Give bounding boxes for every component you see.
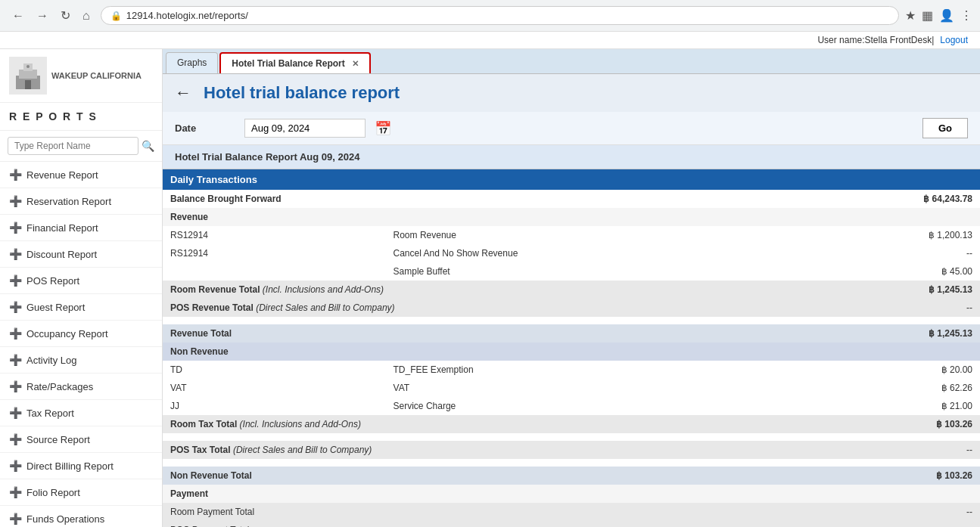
table-cell: RS12914 xyxy=(163,244,386,262)
search-box[interactable]: 🔍 xyxy=(0,131,162,162)
table-row: Room Revenue Total (Incl. Inclusions and… xyxy=(163,281,980,299)
sidebar-item-reservation[interactable]: ➕ Reservation Report xyxy=(0,188,162,215)
table-cell: VAT xyxy=(163,379,386,397)
sidebar-item-source[interactable]: ➕ Source Report xyxy=(0,426,162,453)
go-button[interactable]: Go xyxy=(922,118,968,138)
table-cell: -- xyxy=(795,299,980,317)
sidebar-item-label: Discount Report xyxy=(26,249,97,260)
table-cell: ฿ 1,245.13 xyxy=(795,281,980,299)
tab-close-icon[interactable]: ✕ xyxy=(352,59,359,68)
date-input[interactable] xyxy=(244,119,366,138)
table-row: POS Revenue Total (Direct Sales and Bill… xyxy=(163,299,980,317)
sidebar-item-activity[interactable]: ➕ Activity Log xyxy=(0,347,162,374)
table-cell: Cancel And No Show Revenue xyxy=(386,244,795,262)
back-button[interactable]: ← xyxy=(8,7,29,24)
tab-label: Graphs xyxy=(177,57,207,68)
table-row: VAT VAT ฿ 62.26 xyxy=(163,379,980,397)
bookmark-icon[interactable]: ★ xyxy=(905,8,916,23)
table-cell: Payment xyxy=(163,485,980,503)
plus-icon: ➕ xyxy=(9,460,22,472)
sidebar-item-tax[interactable]: ➕ Tax Report xyxy=(0,400,162,426)
table-cell: POS Revenue Total (Direct Sales and Bill… xyxy=(163,299,795,317)
table-cell: VAT xyxy=(386,379,795,397)
table-row: Payment xyxy=(163,485,980,503)
calendar-icon[interactable]: 📅 xyxy=(375,120,391,137)
table-cell: ฿ 21.00 xyxy=(795,397,980,415)
spacer-cell xyxy=(163,317,980,324)
reload-button[interactable]: ↻ xyxy=(56,7,75,24)
nav-buttons[interactable]: ← → ↻ ⌂ xyxy=(8,7,95,24)
forward-button[interactable]: → xyxy=(32,7,53,24)
tab-bar: Graphs Hotel Trial Balance Report ✕ xyxy=(163,49,980,74)
extensions-icon[interactable]: ▦ xyxy=(922,8,933,23)
date-label: Date xyxy=(175,122,235,134)
home-button[interactable]: ⌂ xyxy=(78,7,95,24)
table-cell: -- xyxy=(795,521,980,527)
sidebar-title: R E P O R T S xyxy=(0,103,162,131)
table-cell: ฿ 103.26 xyxy=(795,415,980,433)
plus-icon: ➕ xyxy=(9,513,22,525)
table-cell: POS Tax Total (Direct Sales and Bill to … xyxy=(163,441,795,459)
sidebar-item-label: Revenue Report xyxy=(26,169,98,181)
lock-icon: 🔒 xyxy=(110,11,122,21)
sidebar-item-discount[interactable]: ➕ Discount Report xyxy=(0,241,162,268)
report-content: ← Hotel trial balance report Date 📅 Go H… xyxy=(163,74,980,527)
sidebar-item-pos[interactable]: ➕ POS Report xyxy=(0,268,162,294)
sidebar-item-guest[interactable]: ➕ Guest Report xyxy=(0,294,162,321)
plus-icon: ➕ xyxy=(9,169,22,181)
sidebar-logo: WAKEUP CALIFORNIA xyxy=(0,49,162,103)
sidebar-item-folio[interactable]: ➕ Folio Report xyxy=(0,479,162,506)
sidebar-item-revenue[interactable]: ➕ Revenue Report xyxy=(0,162,162,188)
search-input[interactable] xyxy=(8,137,138,155)
table-cell xyxy=(386,190,795,208)
table-row xyxy=(163,433,980,441)
logout-link[interactable]: Logout xyxy=(940,35,968,45)
table-row: Revenue xyxy=(163,208,980,226)
sidebar-item-direct-billing[interactable]: ➕ Direct Billing Report xyxy=(0,453,162,479)
sidebar-item-label: Direct Billing Report xyxy=(26,460,114,472)
sidebar-item-rate[interactable]: ➕ Rate/Packages xyxy=(0,374,162,400)
table-cell: Room Revenue Total (Incl. Inclusions and… xyxy=(163,281,795,299)
menu-icon[interactable]: ⋮ xyxy=(960,8,972,23)
table-row: TD TD_FEE Exemption ฿ 20.00 xyxy=(163,361,980,379)
table-row xyxy=(163,459,980,467)
tab-graphs[interactable]: Graphs xyxy=(166,52,218,73)
sidebar: WAKEUP CALIFORNIA R E P O R T S 🔍 ➕ Reve… xyxy=(0,49,163,527)
main-layout: WAKEUP CALIFORNIA R E P O R T S 🔍 ➕ Reve… xyxy=(0,49,980,527)
address-bar[interactable]: 🔒 12914.hotelogix.net/reports/ xyxy=(101,6,899,25)
browser-actions[interactable]: ★ ▦ 👤 ⋮ xyxy=(905,8,972,23)
plus-icon: ➕ xyxy=(9,222,22,234)
logo-text: WAKEUP CALIFORNIA xyxy=(51,70,142,81)
profile-icon[interactable]: 👤 xyxy=(939,8,954,23)
separator: | xyxy=(932,35,934,45)
svg-rect-3 xyxy=(25,80,31,89)
sidebar-item-label: POS Report xyxy=(26,275,79,287)
plus-icon: ➕ xyxy=(9,248,22,260)
table-cell: ฿ 20.00 xyxy=(795,361,980,379)
table-cell: Non Revenue xyxy=(163,343,980,361)
table-cell: ฿ 1,200.13 xyxy=(795,226,980,244)
svg-point-4 xyxy=(26,65,30,68)
sidebar-item-funds[interactable]: ➕ Funds Operations xyxy=(0,506,162,527)
table-row: Revenue Total ฿ 1,245.13 xyxy=(163,324,980,343)
report-subtitle: Hotel Trial Balance Report Aug 09, 2024 xyxy=(163,145,980,169)
sidebar-item-financial[interactable]: ➕ Financial Report xyxy=(0,215,162,241)
table-row: Room Payment Total -- xyxy=(163,503,980,521)
sidebar-item-occupancy[interactable]: ➕ Occupancy Report xyxy=(0,321,162,347)
back-arrow-icon[interactable]: ← xyxy=(175,83,191,103)
table-row: Non Revenue Total ฿ 103.26 xyxy=(163,467,980,485)
sidebar-item-label: Source Report xyxy=(26,434,90,445)
table-row: RS12914 Cancel And No Show Revenue -- xyxy=(163,244,980,262)
plus-icon: ➕ xyxy=(9,354,22,366)
sidebar-item-label: Rate/Packages xyxy=(26,381,93,392)
tab-hotel-trial-balance[interactable]: Hotel Trial Balance Report ✕ xyxy=(219,52,371,73)
table-cell: Room Payment Total xyxy=(163,503,795,521)
content-area: Graphs Hotel Trial Balance Report ✕ ← Ho… xyxy=(163,49,980,527)
sidebar-item-label: Tax Report xyxy=(26,408,74,419)
table-cell: -- xyxy=(795,441,980,459)
plus-icon: ➕ xyxy=(9,195,22,207)
sidebar-item-label: Financial Report xyxy=(26,222,98,234)
section-header-cell: Daily Transactions xyxy=(163,169,980,190)
search-button[interactable]: 🔍 xyxy=(142,140,154,152)
table-cell xyxy=(386,208,795,226)
